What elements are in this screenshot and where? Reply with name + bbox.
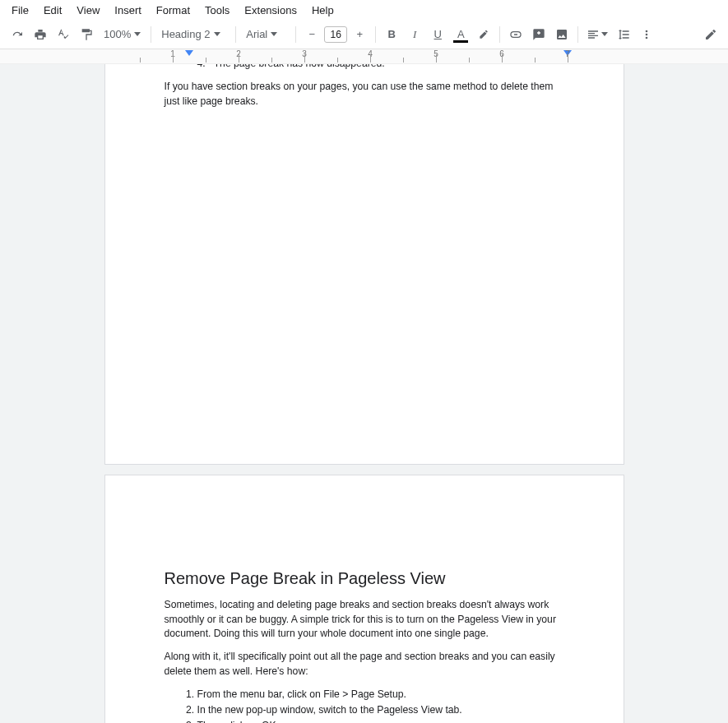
chevron-down-icon <box>601 32 608 36</box>
toolbar-separator <box>151 26 151 43</box>
font-family-select[interactable]: Arial <box>241 24 290 45</box>
spellcheck-button[interactable] <box>53 24 74 45</box>
toolbar-separator <box>499 26 500 43</box>
pencil-icon <box>704 28 717 41</box>
more-button[interactable] <box>636 24 657 45</box>
font-size-input[interactable]: 16 <box>324 26 347 43</box>
highlighter-icon <box>478 29 489 40</box>
left-indent-marker[interactable] <box>185 50 193 56</box>
ordered-list[interactable]: From the menu bar, click on File > Page … <box>165 687 564 723</box>
underline-button[interactable]: U <box>427 24 448 45</box>
comment-plus-icon <box>532 28 545 41</box>
zoom-value: 100% <box>104 28 131 40</box>
insert-link-button[interactable] <box>505 24 526 45</box>
list-item[interactable]: In the new pop-up window, switch to the … <box>197 702 564 718</box>
heading-2[interactable]: Remove Page Break in Pageless View <box>165 569 564 588</box>
horizontal-ruler[interactable]: 1 2 3 4 5 6 7 <box>0 49 728 64</box>
chevron-down-icon <box>214 32 220 36</box>
paint-format-button[interactable] <box>76 24 97 45</box>
highlight-color-button[interactable] <box>473 24 494 45</box>
toolbar-separator <box>235 26 236 43</box>
print-button[interactable] <box>30 24 51 45</box>
toolbar: 100% Heading 2 Arial − 16 + B I U A <box>0 20 728 49</box>
list-item[interactable]: Then, click on OK. <box>197 718 564 723</box>
insert-image-button[interactable] <box>551 24 573 45</box>
body-paragraph[interactable]: Along with it, it'll specifically point … <box>165 650 564 679</box>
document-page[interactable]: The page break has now disappeared. If y… <box>105 64 624 464</box>
link-icon <box>509 28 522 41</box>
ordered-list[interactable]: The page break has now disappeared. <box>165 64 564 72</box>
list-item[interactable]: The page break has now disappeared. <box>197 64 564 72</box>
body-paragraph[interactable]: If you have section breaks on your pages… <box>165 80 564 109</box>
list-item[interactable]: From the menu bar, click on File > Page … <box>197 687 564 702</box>
toolbar-separator <box>577 26 578 43</box>
font-family-value: Arial <box>246 28 267 40</box>
text-color-button[interactable]: A <box>450 24 471 45</box>
toolbar-separator <box>375 26 376 43</box>
line-spacing-button[interactable] <box>613 24 634 45</box>
menu-edit[interactable]: Edit <box>37 2 68 18</box>
menu-help[interactable]: Help <box>305 2 341 18</box>
toolbar-separator <box>295 26 296 43</box>
paragraph-style-value: Heading 2 <box>161 28 210 40</box>
menu-view[interactable]: View <box>70 2 106 18</box>
document-canvas[interactable]: The page break has now disappeared. If y… <box>0 64 728 723</box>
font-size-decrease-button[interactable]: − <box>301 24 322 45</box>
zoom-select[interactable]: 100% <box>99 24 146 45</box>
redo-button[interactable] <box>7 24 28 45</box>
spellcheck-icon <box>57 28 70 41</box>
paint-roller-icon <box>80 28 93 41</box>
print-icon <box>34 28 47 41</box>
document-page[interactable]: Remove Page Break in Pageless View Somet… <box>105 475 624 723</box>
menu-bar: File Edit View Insert Format Tools Exten… <box>0 0 728 20</box>
body-paragraph[interactable]: Sometimes, locating and deleting page br… <box>165 598 564 642</box>
font-size-increase-button[interactable]: + <box>349 24 370 45</box>
bold-button[interactable]: B <box>381 24 402 45</box>
align-left-icon <box>587 28 600 41</box>
menu-tools[interactable]: Tools <box>198 2 236 18</box>
font-size-group: − 16 + <box>301 24 370 45</box>
chevron-down-icon <box>134 32 141 36</box>
paragraph-style-select[interactable]: Heading 2 <box>156 24 230 45</box>
redo-icon <box>11 28 24 41</box>
add-comment-button[interactable] <box>528 24 549 45</box>
menu-extensions[interactable]: Extensions <box>238 2 304 18</box>
menu-insert[interactable]: Insert <box>108 2 148 18</box>
menu-file[interactable]: File <box>5 2 35 18</box>
menu-format[interactable]: Format <box>150 2 197 18</box>
chevron-down-icon <box>271 32 277 36</box>
image-icon <box>555 28 568 41</box>
line-spacing-icon <box>617 28 630 41</box>
editing-mode-button[interactable] <box>700 24 721 45</box>
align-button[interactable] <box>583 24 611 45</box>
more-vertical-icon <box>640 28 653 41</box>
italic-button[interactable]: I <box>404 24 425 45</box>
